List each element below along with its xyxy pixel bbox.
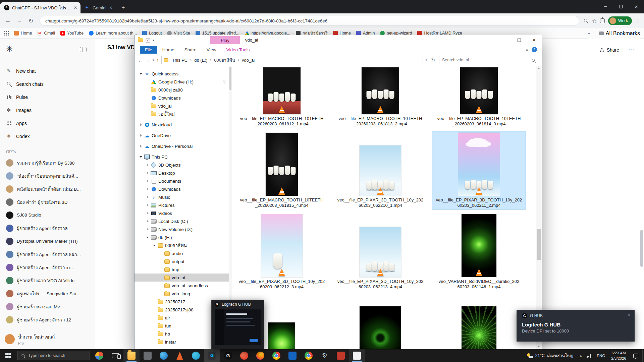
bookmark-item[interactable]: Home bbox=[14, 31, 32, 36]
expand-chevron-icon[interactable] bbox=[139, 133, 144, 138]
ghub-notification-toast[interactable]: G G HUB ✕ Logitech G HUB Device DPI set … bbox=[517, 310, 635, 342]
tree-item[interactable]: Music bbox=[135, 193, 229, 201]
expand-chevron-icon[interactable] bbox=[145, 178, 151, 184]
gpt-list-item[interactable]: น้อง คำร่า ผู้ช่วยนิทาน 3D bbox=[0, 195, 95, 208]
tree-item[interactable]: Documents bbox=[135, 177, 229, 185]
tree-item[interactable]: Quick access bbox=[135, 70, 229, 78]
taskbar-app-button[interactable] bbox=[91, 349, 107, 362]
hidden-icons-chevron[interactable]: ∧ bbox=[577, 354, 584, 358]
explorer-minimize-button[interactable] bbox=[496, 35, 512, 45]
zoom-icon[interactable] bbox=[583, 18, 589, 23]
back-button[interactable]: ← bbox=[3, 16, 13, 25]
tree-item[interactable]: tmp bbox=[135, 265, 229, 274]
files-scrollbar-thumb[interactable] bbox=[537, 229, 541, 260]
gpt-list-item[interactable]: ผู้ช่วยสร้าง Agent จักรวาล 5ฉา... bbox=[0, 248, 95, 261]
expand-chevron-icon[interactable] bbox=[145, 210, 151, 216]
expand-chevron-icon[interactable] bbox=[145, 162, 151, 168]
tree-item[interactable]: db (E:) bbox=[135, 233, 229, 241]
file-tile[interactable]: veo__file_EP_PIXAR_3D_TOOTH_10y_202 6020… bbox=[333, 144, 427, 210]
expand-chevron-icon[interactable] bbox=[145, 79, 151, 84]
bookmark-item[interactable]: Gmail bbox=[37, 31, 55, 36]
tree-item[interactable]: vdo_ai bbox=[135, 102, 229, 110]
tree-item[interactable]: 000ยาสีฟัน bbox=[135, 241, 229, 249]
explorer-search-box[interactable] bbox=[439, 56, 538, 64]
browser-maximize-button[interactable] bbox=[613, 0, 629, 13]
share-button[interactable]: Share bbox=[596, 46, 623, 54]
taskbar-search-box[interactable] bbox=[17, 351, 90, 360]
tree-item[interactable]: vdo_ai_soundless bbox=[135, 282, 229, 290]
files-scrollbar[interactable]: ▲ ▼ bbox=[536, 66, 542, 349]
explorer-back-button[interactable]: ← bbox=[138, 57, 143, 63]
expand-chevron-icon[interactable] bbox=[152, 299, 157, 304]
explorer-maximize-button[interactable] bbox=[512, 35, 527, 45]
expand-chevron-icon[interactable] bbox=[139, 122, 144, 127]
taskbar-clock[interactable]: 6:23 AM 2/3/2026 bbox=[608, 350, 629, 361]
tree-item[interactable]: Downloads bbox=[135, 94, 229, 102]
video-tools-play-chip[interactable]: Play bbox=[210, 36, 240, 44]
tree-item[interactable]: รอขั้ใหม่ bbox=[135, 110, 229, 118]
page-scrollbar-thumb[interactable] bbox=[640, 230, 643, 267]
sidebar-nav-item[interactable]: New chat bbox=[0, 64, 95, 77]
expand-chevron-icon[interactable] bbox=[152, 307, 157, 312]
help-icon[interactable]: ? bbox=[532, 47, 537, 52]
explorer-close-button[interactable]: ✕ bbox=[527, 35, 542, 45]
file-tile[interactable]: veo__file_EP_MACRO_TOOTH_10TEETH _202602… bbox=[236, 66, 327, 128]
ghub-taskbar-preview[interactable]: G Logitech G HUB bbox=[211, 300, 264, 349]
taskbar-app-button[interactable] bbox=[236, 349, 252, 362]
tree-scrollbar-thumb[interactable] bbox=[229, 67, 231, 90]
taskbar-app-button[interactable] bbox=[204, 349, 220, 362]
gpt-list-item[interactable]: รวมความรู้ที่เรียนมา By SJ88 bbox=[0, 156, 95, 169]
tree-item[interactable]: New Volume (D:) bbox=[135, 225, 229, 233]
tree-item[interactable]: Desktop bbox=[135, 169, 229, 177]
breadcrumb-segment[interactable]: db (E:) bbox=[193, 58, 212, 63]
start-button[interactable] bbox=[0, 349, 16, 362]
file-tile[interactable] bbox=[458, 305, 500, 349]
expand-chevron-icon[interactable] bbox=[159, 259, 164, 264]
tree-item[interactable]: 0000sj za88 bbox=[135, 86, 229, 94]
expand-chevron-icon[interactable] bbox=[159, 251, 164, 256]
gpt-list-item[interactable]: ครูเพลงโปร่ — Songwriter Stu... bbox=[0, 287, 95, 300]
ribbon-tab-view[interactable]: View bbox=[202, 46, 221, 54]
ribbon-tab-video-tools[interactable]: Video Tools bbox=[221, 46, 255, 54]
network-icon[interactable] bbox=[587, 354, 591, 358]
refresh-icon[interactable]: ↻ bbox=[429, 57, 437, 63]
scroll-down-arrow-icon[interactable]: ▼ bbox=[536, 345, 542, 348]
taskbar-app-button[interactable] bbox=[172, 349, 188, 362]
browser-tab-gemini[interactable]: Gemini ✕ bbox=[80, 2, 116, 13]
user-profile[interactable]: น้ำนาน โซล่าเซลล์ Pro bbox=[5, 333, 55, 345]
taskbar-app-button[interactable] bbox=[107, 349, 123, 362]
sidebar-nav-item[interactable]: Apps bbox=[0, 117, 95, 130]
expand-chevron-icon[interactable] bbox=[145, 111, 151, 117]
quick-access-toolbar-icon[interactable] bbox=[146, 38, 150, 43]
weather-widget[interactable]: 21°C มีเมฆส่วนใหญ่ bbox=[523, 352, 577, 359]
tree-item[interactable]: Videos bbox=[135, 209, 229, 217]
reload-button[interactable]: ↻ bbox=[26, 16, 36, 25]
gpt-list-item[interactable]: Dystopia Universe Maker (TH) bbox=[0, 235, 95, 248]
sidebar-nav-item[interactable]: Codex bbox=[0, 130, 95, 143]
scroll-up-arrow-icon[interactable]: ▲ bbox=[536, 66, 542, 70]
browser-tab-chatgpt[interactable]: ChatGPT - SJ lnw VDO โปรแกรม... ✕ bbox=[0, 2, 80, 13]
sidebar-nav-item[interactable]: Search chats bbox=[0, 77, 95, 90]
explorer-title-bar[interactable]: ▾ Play vdo_ai ✕ bbox=[135, 35, 542, 45]
expand-chevron-icon[interactable] bbox=[159, 267, 164, 272]
expand-chevron-icon[interactable] bbox=[145, 219, 151, 224]
gpt-list-item[interactable]: ผู้ช่วยสร้าง Agent จักรวาล bbox=[0, 222, 95, 235]
sidebar-nav-item[interactable]: Images bbox=[0, 104, 95, 117]
tree-item[interactable]: vdo_long bbox=[135, 290, 229, 298]
tab-close-icon[interactable]: ✕ bbox=[74, 5, 77, 10]
gpt-list-item[interactable]: ผู้ช่วยสร้าง Agent จักรวา xx ... bbox=[0, 261, 95, 274]
new-tab-button[interactable]: + bbox=[118, 3, 128, 12]
file-tile[interactable]: veo__file_EP_PIXAR_3D_TOOTH_10y_202 6020… bbox=[432, 131, 526, 210]
file-tile[interactable] bbox=[356, 305, 405, 349]
chatgpt-logo-icon[interactable]: ✳ bbox=[6, 44, 16, 54]
expand-chevron-icon[interactable] bbox=[159, 283, 164, 288]
address-dropdown-chevron[interactable]: ▾ bbox=[425, 58, 427, 62]
tree-item[interactable]: Pictures bbox=[135, 201, 229, 209]
tree-item[interactable]: 3D Objects bbox=[135, 161, 229, 169]
browser-menu-icon[interactable]: ⋮ bbox=[635, 18, 641, 24]
apps-grid-icon[interactable] bbox=[4, 31, 9, 36]
address-bar[interactable] bbox=[40, 16, 579, 26]
tree-item[interactable]: Local Disk (C:) bbox=[135, 217, 229, 225]
ribbon-collapse-icon[interactable]: ∧ bbox=[526, 48, 528, 52]
taskbar-app-button[interactable] bbox=[301, 349, 317, 362]
